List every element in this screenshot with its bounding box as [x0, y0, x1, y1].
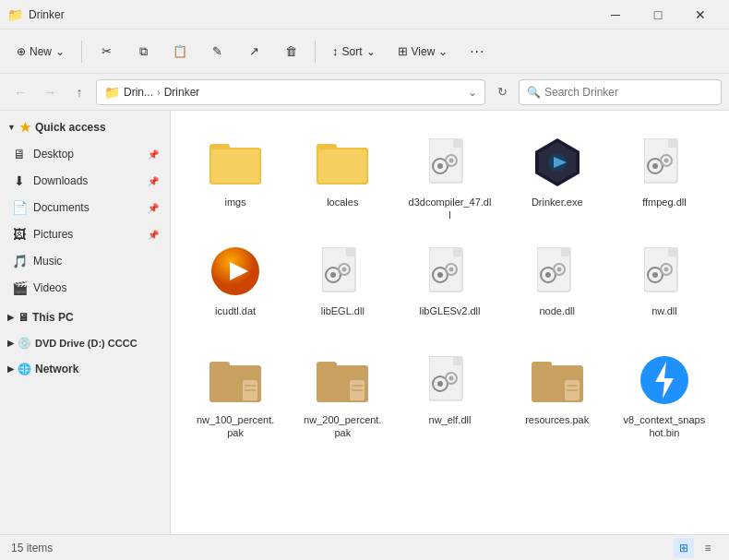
- videos-icon: 🎬: [11, 280, 28, 295]
- refresh-button[interactable]: ↻: [489, 79, 515, 105]
- dll-icon-node: [528, 242, 587, 301]
- downloads-label: Downloads: [33, 174, 142, 187]
- svg-point-10: [437, 163, 443, 169]
- share-button[interactable]: ↗: [237, 35, 270, 68]
- view-icon: ⊞: [398, 44, 408, 58]
- maximize-button[interactable]: □: [637, 0, 679, 30]
- file-item-nw100[interactable]: nw_100_percent.pak: [185, 343, 285, 445]
- file-item-nw200[interactable]: nw_200_percent.pak: [293, 343, 392, 445]
- svg-rect-42: [561, 247, 570, 256]
- file-item-libegl[interactable]: libEGL.dll: [293, 234, 392, 336]
- file-item-locales[interactable]: locales: [293, 125, 392, 227]
- file-label-resources: resources.pak: [525, 413, 589, 426]
- svg-point-39: [449, 268, 454, 272]
- file-item-resources[interactable]: resources.pak: [508, 343, 607, 445]
- path-part2: Drinker: [164, 86, 200, 99]
- file-label-node: node.dll: [539, 304, 575, 317]
- file-item-v8context[interactable]: v8_context_snapshot.bin: [615, 343, 714, 445]
- svg-rect-5: [318, 149, 366, 183]
- dll-icon-ffmpeg: [635, 133, 694, 192]
- cut-button[interactable]: ✂: [90, 35, 123, 68]
- file-item-node[interactable]: node.dll: [508, 234, 607, 336]
- svg-point-30: [330, 272, 336, 278]
- close-button[interactable]: ✕: [679, 0, 722, 30]
- quick-access-header[interactable]: ▼ ★ Quick access: [0, 114, 170, 140]
- pin-icon-downloads: 📌: [148, 176, 159, 186]
- more-button[interactable]: ···: [460, 35, 494, 68]
- file-label-icudtl: icudtl.dat: [215, 304, 256, 317]
- forward-button[interactable]: →: [37, 79, 63, 105]
- chevron-right-dvd-icon: ▶: [7, 339, 14, 348]
- svg-point-23: [663, 159, 668, 163]
- file-label-libgles: libGLESv2.dll: [419, 304, 480, 317]
- rename-button[interactable]: ✎: [200, 35, 233, 68]
- sidebar-item-documents[interactable]: 📄 Documents 📌: [4, 195, 166, 220]
- music-icon: 🎵: [11, 254, 28, 268]
- pictures-icon: 🖼: [11, 227, 28, 242]
- address-path[interactable]: 📁 Drin... › Drinker ⌄: [96, 79, 485, 105]
- dvd-label: DVD Drive (D:) CCCC: [35, 338, 137, 349]
- videos-label: Videos: [33, 281, 159, 294]
- svg-rect-2: [211, 149, 259, 183]
- this-pc-header[interactable]: ▶ 🖥 This PC: [0, 304, 170, 330]
- pak-icon-nw100: [206, 351, 265, 410]
- folder-icon-locales: [313, 133, 372, 192]
- svg-point-46: [556, 268, 561, 272]
- new-icon: ⊕: [17, 45, 26, 58]
- search-box[interactable]: 🔍: [519, 79, 722, 105]
- item-count: 15 items: [11, 542, 53, 554]
- lightning-icon-v8: [635, 351, 694, 410]
- file-item-d3dcompiler[interactable]: d3dcompiler_47.dll: [400, 125, 499, 227]
- dll-icon-nw: [635, 242, 694, 301]
- file-item-drinker[interactable]: Drinker.exe: [508, 125, 607, 227]
- pin-icon-pictures: 📌: [148, 230, 159, 240]
- network-icon: 🌐: [18, 363, 31, 375]
- svg-rect-55: [209, 362, 230, 373]
- svg-rect-8: [453, 138, 462, 148]
- new-button[interactable]: ⊕ New ⌄: [7, 35, 74, 68]
- view-button[interactable]: ⊞ View ⌄: [388, 35, 458, 68]
- svg-point-32: [342, 268, 347, 272]
- chevron-right-network-icon: ▶: [7, 364, 14, 374]
- sidebar-item-music[interactable]: 🎵 Music: [4, 248, 166, 274]
- minimize-button[interactable]: ─: [594, 0, 637, 30]
- sidebar-item-pictures[interactable]: 🖼 Pictures 📌: [4, 221, 166, 247]
- sidebar-item-videos[interactable]: 🎬 Videos: [4, 275, 166, 301]
- sort-button[interactable]: ↕ Sort ⌄: [323, 35, 385, 68]
- dll-icon-d3d: [420, 133, 479, 192]
- sort-icon: ↕: [332, 44, 339, 58]
- svg-point-12: [449, 159, 454, 163]
- grid-view-button[interactable]: ⊞: [674, 538, 694, 558]
- file-item-nwelf[interactable]: nw_elf.dll: [400, 343, 499, 445]
- sidebar-item-desktop[interactable]: 🖥 Desktop 📌: [4, 141, 166, 167]
- sidebar-item-downloads[interactable]: ⬇ Downloads 📌: [4, 168, 166, 194]
- file-label-libegl: libEGL.dll: [321, 304, 364, 317]
- documents-label: Documents: [33, 201, 142, 214]
- back-button[interactable]: ←: [7, 79, 33, 105]
- path-chevron: ⌄: [468, 86, 477, 99]
- delete-button[interactable]: 🗑: [274, 35, 307, 68]
- view-controls: ⊞ ≡: [674, 538, 718, 558]
- dvd-drive-header[interactable]: ▶ 💿 DVD Drive (D:) CCCC: [0, 330, 170, 356]
- file-item-libgles[interactable]: libGLESv2.dll: [400, 234, 499, 336]
- file-item-ffmpeg[interactable]: ffmpeg.dll: [615, 125, 714, 227]
- file-label-nwelf: nw_elf.dll: [429, 413, 472, 426]
- network-header[interactable]: ▶ 🌐 Network: [0, 356, 170, 382]
- svg-rect-72: [532, 362, 552, 373]
- title-bar: 📁 Drinker ─ □ ✕: [0, 0, 729, 30]
- paste-button[interactable]: 📋: [163, 35, 197, 68]
- downloads-icon: ⬇: [11, 173, 28, 188]
- up-button[interactable]: ↑: [66, 79, 92, 105]
- file-label-nw100: nw_100_percent.pak: [194, 413, 277, 440]
- svg-rect-35: [453, 247, 462, 256]
- search-input[interactable]: [544, 86, 713, 99]
- file-item-icudtl[interactable]: icudtl.dat: [185, 234, 285, 336]
- file-item-nw[interactable]: nw.dll: [615, 234, 714, 336]
- file-label-nw200: nw_200_percent.pak: [301, 413, 384, 440]
- file-item-imgs[interactable]: imgs: [185, 125, 285, 227]
- copy-button[interactable]: ⧉: [126, 35, 160, 68]
- svg-point-44: [545, 272, 551, 278]
- list-view-button[interactable]: ≡: [698, 538, 718, 558]
- svg-rect-19: [668, 138, 677, 148]
- search-icon: 🔍: [527, 86, 541, 99]
